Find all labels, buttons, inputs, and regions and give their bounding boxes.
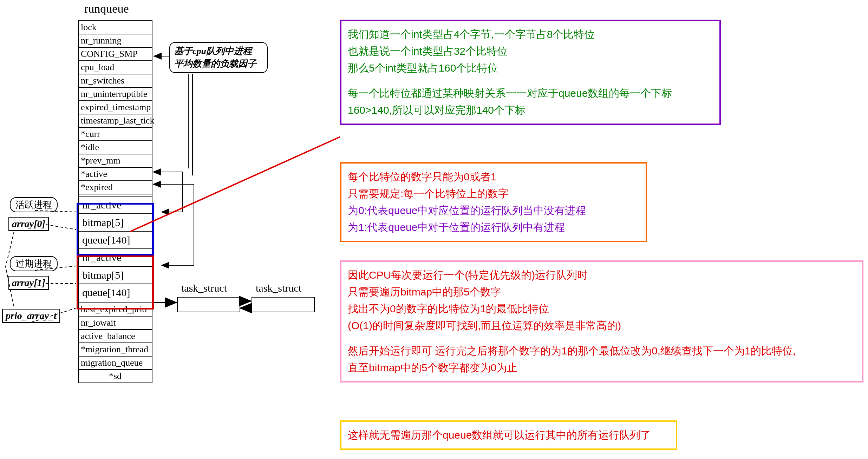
- array1-queue: queue[140]: [79, 284, 152, 301]
- note-yellow: 这样就无需遍历那个queue数组就可以运行其中的所有运行队列了: [340, 420, 677, 450]
- diagram-canvas: runqueue lock nr_running CONFIG_SMP cpu_…: [0, 0, 868, 459]
- note-purple-l1: 我们知道一个int类型占4个字节,一个字节占8个比特位: [348, 26, 713, 43]
- field-nr-uninterruptible: nr_uninterruptible: [79, 88, 152, 101]
- note-pink-l6: 直至bitmap中的5个数字都变为0为止: [348, 359, 856, 376]
- runqueue-title: runqueue: [84, 2, 129, 15]
- runqueue-struct: lock nr_running CONFIG_SMP cpu_load nr_s…: [78, 20, 152, 383]
- field-expired: *expired: [79, 181, 152, 194]
- note-pink-l3: 找出不为0的数字的比特位为1的最低比特位: [348, 300, 856, 317]
- field-config-smp: CONFIG_SMP: [79, 48, 152, 61]
- note-orange-l2: 只需要规定:每一个比特位上的数字: [348, 185, 639, 202]
- field-lock: lock: [79, 21, 152, 34]
- note-orange-l4: 为1:代表queue中对于位置的运行队列中有进程: [348, 219, 639, 236]
- field-nr-iowait: nr_iowait: [79, 317, 152, 330]
- field-sd: *sd: [79, 370, 152, 382]
- task-struct-label-2: task_struct: [256, 282, 301, 294]
- field-cpu-load: cpu_load: [79, 61, 152, 74]
- field-prev-mm: *prev_mm: [79, 154, 152, 168]
- active-proc-bubble: 活跃进程: [10, 197, 58, 212]
- field-migration-queue: migration_queue: [79, 357, 152, 370]
- field-nr-switches: nr_switches: [79, 74, 152, 88]
- note-purple-l5: 160>140,所以可以对应完那140个下标: [348, 102, 713, 119]
- note-pink-l1: 因此CPU每次要运行一个(特定优先级的)运行队列时: [348, 267, 856, 284]
- array1-label: array[1]: [8, 276, 49, 290]
- expired-proc-bubble: 过期进程: [10, 256, 58, 271]
- array0-label: array[0]: [8, 217, 49, 231]
- callout-line1: 基于cpu队列中进程: [174, 45, 263, 58]
- prio-array-t-label: prio_array_t: [2, 309, 60, 323]
- field-active: *active: [79, 168, 152, 181]
- note-pink: 因此CPU每次要运行一个(特定优先级的)运行队列时 只需要遍历bitmap中的那…: [340, 260, 863, 382]
- spacer: [348, 76, 713, 85]
- field-best-expired-prio: best_expired_prio: [79, 303, 152, 317]
- array1-bitmap: bitmap[5]: [79, 267, 152, 284]
- array0-bitmap: bitmap[5]: [79, 214, 152, 232]
- task-struct-label-1: task_struct: [181, 282, 227, 294]
- array0-nr-active: nr_active: [79, 197, 152, 214]
- note-orange-l3: 为0:代表queue中对应位置的运行队列当中没有进程: [348, 202, 639, 219]
- task-struct-box-2: [252, 297, 315, 312]
- field-migration-thread: *migration_thread: [79, 343, 152, 357]
- field-timestamp-last-tick: timestamp_last_tick: [79, 114, 152, 128]
- note-pink-l4: (O(1)的时间复杂度即可找到,而且位运算的效率是非常高的): [348, 317, 856, 334]
- spacer: [348, 334, 856, 342]
- array1-nr-active: nr_active: [79, 249, 152, 267]
- field-curr: *curr: [79, 128, 152, 141]
- task-struct-box-1: [177, 297, 240, 312]
- field-idle: *idle: [79, 141, 152, 154]
- array0-queue: queue[140]: [79, 232, 152, 249]
- note-orange-l1: 每个比特位的数字只能为0或者1: [348, 168, 639, 185]
- cpu-load-callout: 基于cpu队列中进程 平均数量的负载因子: [169, 42, 268, 73]
- field-active-balance: active_balance: [79, 330, 152, 343]
- note-purple-l4: 每一个比特位都通过某种映射关系一一对应于queue数组的每一个下标: [348, 85, 713, 102]
- callout-line2: 平均数量的负载因子: [174, 58, 263, 70]
- note-purple-l3: 那么5个int类型就占160个比特位: [348, 60, 713, 76]
- field-expired-timestamp: expired_timestamp: [79, 101, 152, 114]
- note-orange: 每个比特位的数字只能为0或者1 只需要规定:每一个比特位上的数字 为0:代表qu…: [340, 162, 647, 242]
- note-yellow-l1: 这样就无需遍历那个queue数组就可以运行其中的所有运行队列了: [348, 427, 670, 444]
- note-pink-l2: 只需要遍历bitmap中的那5个数字: [348, 284, 856, 300]
- field-nr-running: nr_running: [79, 34, 152, 48]
- note-purple-l2: 也就是说一个int类型占32个比特位: [348, 43, 713, 60]
- svg-line-2: [130, 137, 340, 232]
- note-purple: 我们知道一个int类型占4个字节,一个字节占8个比特位 也就是说一个int类型占…: [340, 20, 721, 125]
- note-pink-l5: 然后开始运行即可 运行完之后将那个数字的为1的那个最低位改为0,继续查找下一个为…: [348, 342, 856, 359]
